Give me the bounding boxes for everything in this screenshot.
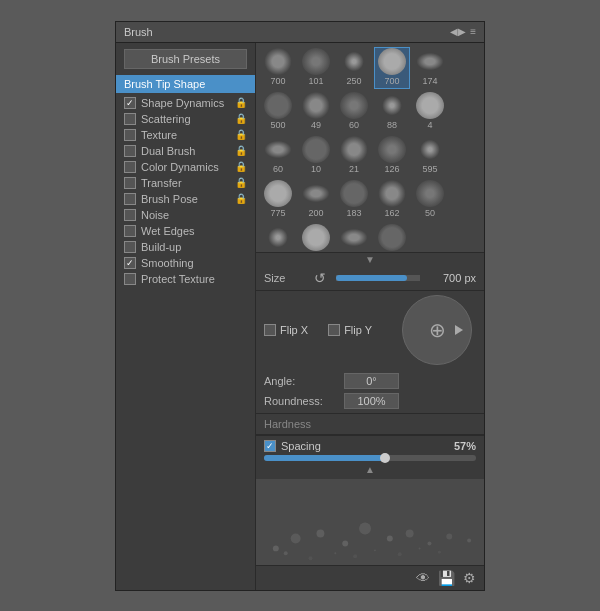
sidebar-checkbox-3[interactable]: [124, 145, 136, 157]
brush-cell-16[interactable]: 200: [298, 179, 334, 221]
brush-preview-2: [340, 48, 368, 75]
brush-presets-button[interactable]: Brush Presets: [124, 49, 247, 69]
sidebar-item-10[interactable]: ✓Smoothing: [116, 255, 255, 271]
sidebar-item-5[interactable]: Transfer🔒: [116, 175, 255, 191]
sidebar-checkbox-1[interactable]: [124, 113, 136, 125]
sidebar-item-0[interactable]: ✓Shape Dynamics🔒: [116, 95, 255, 111]
roundness-row: Roundness: 100%: [264, 393, 476, 409]
spacing-slider[interactable]: [264, 455, 476, 461]
brush-number-13: 126: [384, 165, 399, 174]
sidebar-checkbox-5[interactable]: [124, 177, 136, 189]
sidebar-label-10: Smoothing: [141, 257, 194, 269]
brush-cell-8[interactable]: 88: [374, 91, 410, 133]
sidebar-label-2: Texture: [141, 129, 177, 141]
brush-cell-6[interactable]: 49: [298, 91, 334, 133]
lock-icon-4: 🔒: [235, 161, 247, 172]
brush-cell-3[interactable]: 700: [374, 47, 410, 89]
brush-tip-shape-item[interactable]: Brush Tip Shape: [116, 75, 255, 93]
brush-cell-14[interactable]: 595: [412, 135, 448, 177]
sidebar-item-7[interactable]: Noise: [116, 207, 255, 223]
brush-preview-18: [378, 180, 406, 207]
brush-cell-13[interactable]: 126: [374, 135, 410, 177]
sidebar-checkbox-9[interactable]: [124, 241, 136, 253]
brush-cell-18[interactable]: 162: [374, 179, 410, 221]
svg-point-11: [309, 556, 313, 560]
brush-number-2: 250: [346, 77, 361, 86]
flip-y-checkbox[interactable]: [328, 324, 340, 336]
svg-point-8: [446, 533, 452, 539]
sidebar-label-0: Shape Dynamics: [141, 97, 224, 109]
settings-icon[interactable]: ⚙: [463, 570, 476, 586]
sidebar-checkbox-10[interactable]: ✓: [124, 257, 136, 269]
brush-number-1: 101: [308, 77, 323, 86]
sidebar-checkbox-7[interactable]: [124, 209, 136, 221]
brush-preview-21: [302, 224, 330, 251]
sidebar-item-9[interactable]: Build-up: [116, 239, 255, 255]
brush-cell-12[interactable]: 21: [336, 135, 372, 177]
size-slider[interactable]: [336, 275, 420, 281]
flip-x-checkbox[interactable]: [264, 324, 276, 336]
brush-preview-5: [264, 92, 292, 119]
sidebar-checkbox-8[interactable]: [124, 225, 136, 237]
sidebar-item-8[interactable]: Wet Edges: [116, 223, 255, 239]
brush-cell-9[interactable]: 4: [412, 91, 448, 133]
roundness-input[interactable]: 100%: [344, 393, 399, 409]
brush-cell-22[interactable]: 25: [336, 223, 372, 253]
brush-cell-11[interactable]: 10: [298, 135, 334, 177]
brush-cell-2[interactable]: 250: [336, 47, 372, 89]
eye-icon[interactable]: 👁: [416, 570, 430, 586]
spacing-checkbox[interactable]: ✓: [264, 440, 276, 452]
save-icon[interactable]: 💾: [438, 570, 455, 586]
sidebar-item-3[interactable]: Dual Brush🔒: [116, 143, 255, 159]
sidebar-item-1[interactable]: Scattering🔒: [116, 111, 255, 127]
sidebar-checkbox-4[interactable]: [124, 161, 136, 173]
sidebar-item-4[interactable]: Color Dynamics🔒: [116, 159, 255, 175]
size-label: Size: [264, 272, 314, 284]
brush-preview-8: [378, 92, 406, 119]
sidebar-item-6[interactable]: Brush Pose🔒: [116, 191, 255, 207]
spacing-slider-thumb[interactable]: [380, 453, 390, 463]
brush-cell-19[interactable]: 50: [412, 179, 448, 221]
brush-cell-5[interactable]: 500: [260, 91, 296, 133]
brush-cell-4[interactable]: 174: [412, 47, 448, 89]
brush-cell-20[interactable]: 201: [260, 223, 296, 253]
angle-input[interactable]: 0°: [344, 373, 399, 389]
svg-point-6: [406, 529, 414, 537]
brush-cell-7[interactable]: 60: [336, 91, 372, 133]
brush-cell-1[interactable]: 101: [298, 47, 334, 89]
brush-number-0: 700: [270, 77, 285, 86]
brush-number-4: 174: [422, 77, 437, 86]
brush-number-9: 4: [427, 121, 432, 130]
scroll-down-arrow[interactable]: ▼: [256, 253, 484, 266]
sidebar: Brush Presets Brush Tip Shape ✓Shape Dyn…: [116, 43, 256, 590]
brush-cell-23[interactable]: 20: [374, 223, 410, 253]
svg-point-15: [398, 552, 402, 556]
reset-size-button[interactable]: ↺: [314, 270, 326, 286]
svg-point-13: [353, 554, 357, 558]
brush-cell-21[interactable]: 21: [298, 223, 334, 253]
sidebar-label-3: Dual Brush: [141, 145, 195, 157]
panel-menu-icon[interactable]: ≡: [470, 26, 476, 37]
brush-preview-12: [340, 136, 368, 163]
flip-x-label: Flip X: [280, 324, 308, 336]
angle-wheel[interactable]: ⊕: [402, 295, 472, 365]
spacing-row: ✓ Spacing 57%: [264, 440, 476, 452]
brush-cell-15[interactable]: 775: [260, 179, 296, 221]
brush-number-12: 21: [349, 165, 359, 174]
sidebar-checkbox-2[interactable]: [124, 129, 136, 141]
svg-point-5: [387, 535, 393, 541]
angle-roundness-section: Angle: 0° Roundness: 100%: [256, 369, 484, 414]
sidebar-label-4: Color Dynamics: [141, 161, 219, 173]
lock-icon-6: 🔒: [235, 193, 247, 204]
sidebar-item-2[interactable]: Texture🔒: [116, 127, 255, 143]
brush-cell-17[interactable]: 183: [336, 179, 372, 221]
spacing-slider-fill: [264, 455, 385, 461]
panel-collapse-icon[interactable]: ◀▶: [450, 26, 466, 37]
sidebar-checkbox-11[interactable]: [124, 273, 136, 285]
sidebar-checkbox-6[interactable]: [124, 193, 136, 205]
brush-cell-0[interactable]: 700: [260, 47, 296, 89]
brush-cell-10[interactable]: 60: [260, 135, 296, 177]
svg-point-17: [438, 550, 441, 553]
sidebar-checkbox-0[interactable]: ✓: [124, 97, 136, 109]
sidebar-item-11[interactable]: Protect Texture: [116, 271, 255, 287]
